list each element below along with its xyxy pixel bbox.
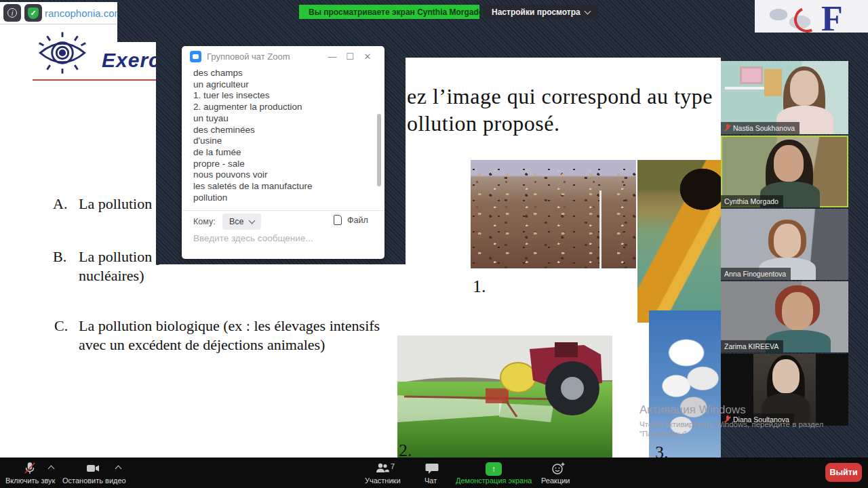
reactions-button[interactable]: Реакции: [541, 476, 570, 485]
avatar: [790, 70, 818, 106]
participant-name: Anna Finoguentova: [721, 268, 791, 280]
chat-message: de la fumée: [193, 147, 366, 159]
option-a: A.La pollution ch: [53, 195, 170, 213]
chat-message: un tuyau: [193, 113, 366, 125]
chat-message: d'usine: [193, 136, 366, 147]
maximize-icon[interactable]: ☐: [341, 52, 359, 62]
chat-button[interactable]: Чат: [425, 476, 437, 485]
slide-title-line1: ez l’image qui correspond au type: [407, 84, 713, 109]
participants-icon[interactable]: [375, 462, 390, 475]
meeting-toolbar: Включить звук Остановить видео 7 Участни…: [0, 458, 868, 488]
stop-video-button[interactable]: Остановить видео: [62, 476, 126, 485]
participants-button[interactable]: Участники: [365, 476, 401, 485]
browser-titlebar: i ✓ rancophonia.com: [0, 2, 117, 24]
avatar: [774, 224, 801, 258]
participant-name: Nastia Soukhanova: [721, 122, 800, 134]
chat-message: 2. augmenter la production: [193, 102, 366, 113]
chevron-down-icon: [584, 7, 591, 14]
reactions-icon[interactable]: [551, 462, 566, 475]
participant-name: Cynthia Morgado: [721, 195, 783, 207]
francophonia-logo: F: [755, 0, 868, 33]
viewing-screen-banner: Вы просматриваете экран Cynthia Morgado: [299, 5, 479, 19]
chat-message: pollution: [193, 192, 366, 204]
polluted-water-pipe-image: [637, 160, 721, 323]
video-tile-zarima[interactable]: Zarima KIREEVA: [721, 281, 848, 352]
chat-message: un agriculteur: [193, 79, 366, 91]
viewing-screen-text: Вы просматриваете экран Cynthia Morgado: [309, 7, 484, 17]
chat-message-input[interactable]: Введите здесь сообщение...: [193, 233, 313, 243]
chat-bubble-icon[interactable]: [425, 462, 439, 475]
cattle-feedlot-image: [471, 160, 636, 268]
share-screen-icon[interactable]: ↑: [486, 462, 502, 476]
video-tile-nastia[interactable]: Nastia Soukhanova: [721, 61, 848, 134]
attach-file-button[interactable]: Файл: [334, 215, 368, 225]
image-label-1: 1.: [473, 277, 486, 297]
mic-muted-icon: [724, 124, 730, 132]
chat-message: propre - sale: [193, 159, 366, 170]
smoke-clouds-image: [649, 310, 721, 462]
file-icon: [334, 215, 342, 225]
info-icon[interactable]: i: [3, 4, 21, 22]
close-icon[interactable]: ✕: [359, 52, 376, 62]
send-to-label: Кому:: [193, 217, 216, 226]
tractor-spraying-image: [397, 336, 612, 463]
browser-url[interactable]: rancophonia.com: [45, 7, 117, 19]
mic-options-chevron[interactable]: [48, 466, 55, 472]
chevron-down-icon: [248, 218, 255, 224]
zoom-meeting-window: Exerc ez l’image qui correspond au type …: [0, 0, 868, 488]
option-c-line2: avec un excédent de déjections animales): [79, 336, 325, 354]
leave-button[interactable]: Выйти: [825, 463, 862, 482]
chat-message: nous pouvons voir: [193, 169, 366, 181]
group-chat-window: Групповой чат Zoom — ☐ ✕ des champs un a…: [182, 46, 384, 259]
zoom-chat-icon: [190, 51, 201, 62]
chat-message: des champs: [193, 68, 366, 79]
eye-logo-icon: [35, 28, 90, 77]
chat-message: des cheminées: [193, 125, 366, 136]
unmute-button[interactable]: Включить звук: [5, 476, 55, 485]
option-b-line2: nucléaires): [79, 267, 144, 285]
chat-message-list[interactable]: des champs un agriculteur 1. tuer les in…: [193, 68, 366, 203]
minimize-icon[interactable]: —: [323, 52, 341, 62]
avatar: [782, 292, 813, 330]
exercise-title: Exerc: [102, 49, 161, 72]
shield-icon[interactable]: ✓: [24, 4, 42, 22]
avatar: [774, 145, 804, 182]
share-screen-button[interactable]: Демонстрация экрана: [456, 476, 532, 485]
chat-title: Групповой чат Zoom: [207, 52, 323, 62]
avatar: [772, 359, 800, 393]
participant-name: Zarima KIREEVA: [721, 340, 783, 352]
recipient-dropdown[interactable]: Все: [222, 214, 261, 230]
chat-scrollbar[interactable]: [377, 114, 381, 186]
video-tile-cynthia-active[interactable]: Cynthia Morgado: [721, 136, 848, 207]
chat-header[interactable]: Групповой чат Zoom — ☐ ✕: [182, 46, 384, 66]
view-settings-button[interactable]: Настройки просмотра: [484, 5, 598, 19]
video-tile-anna[interactable]: Anna Finoguentova: [721, 209, 848, 280]
mic-muted-icon[interactable]: [23, 462, 37, 475]
option-c: C.La pollution biologique (ex : les élev…: [54, 317, 380, 335]
video-options-chevron[interactable]: [115, 466, 122, 472]
option-b: B.La pollution ph: [53, 248, 171, 266]
slide-title-line2: ollution proposé.: [407, 111, 559, 136]
chat-message: les saletés de la manufacture: [193, 181, 366, 192]
windows-activation-watermark: Активация Windows Чтобы активировать Win…: [639, 403, 843, 438]
participants-count: 7: [391, 462, 395, 470]
camera-icon[interactable]: [85, 462, 100, 475]
title-underline: [33, 79, 156, 81]
chat-message: 1. tuer les insectes: [193, 90, 366, 102]
